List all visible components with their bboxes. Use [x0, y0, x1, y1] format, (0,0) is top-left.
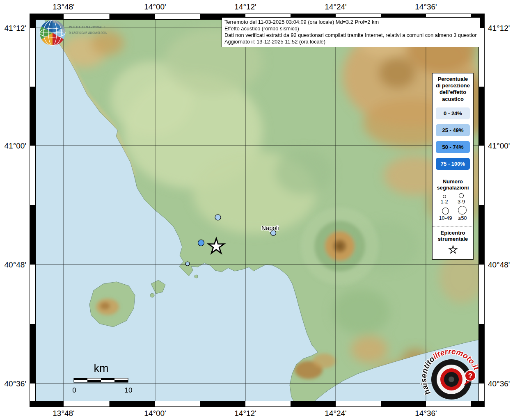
legend-class-0-24: 0 - 24% [436, 107, 470, 119]
coord-label-right-0: 41°12' [488, 24, 512, 33]
legend-panel: Percentuale di percezione dell'effetto a… [432, 73, 474, 260]
ingv-text-line2: DI GEOFISICA E VULCANOLOGIA [69, 31, 107, 35]
coord-label-bottom-3: 14°24' [325, 409, 347, 418]
legend-class-25-49: 25 - 49% [436, 124, 470, 136]
legend-class-50-74: 50 - 74% [436, 141, 470, 153]
coord-label-bottom-4: 14°36' [415, 409, 437, 418]
legend-signal-1-2: 1-2 [441, 195, 448, 205]
island-vivara [150, 293, 154, 297]
scalebar [74, 378, 128, 382]
question-mark: ? [468, 372, 472, 380]
report-point [198, 240, 204, 246]
map-stage: haisentitoilterremoto.it www. ? [0, 0, 515, 420]
legend-signal-3-9: 3-9 [458, 193, 465, 205]
event-info-line2: Effetto acustico (rombo sismico) [224, 25, 477, 32]
legend-signal-row-1: 1-2 3-9 [434, 193, 472, 205]
scalebar-unit-label: km [74, 362, 128, 375]
map-interior: haisentitoilterremoto.it www. ? [35, 8, 492, 412]
legend-signals-title: Numero segnalazioni [434, 178, 472, 191]
island-nisida [195, 275, 198, 278]
coord-label-bottom-2: 14°12' [234, 409, 256, 418]
coord-label-top-1: 14°00' [144, 2, 166, 11]
legend-divider [433, 175, 473, 175]
legend-class-75-100: 75 - 100% [436, 158, 470, 170]
coord-label-left-1: 41°00' [2, 142, 26, 151]
scalebar-end-label: 10 [124, 386, 133, 395]
signal-size-icon [442, 208, 449, 215]
signal-size-label: 1-2 [441, 199, 448, 205]
coord-label-top-0: 13°48' [53, 2, 75, 11]
scalebar-start-label: 0 [70, 386, 78, 395]
city-label-napoli: Napoli [261, 224, 279, 231]
legend-epicenter-symbol [434, 244, 472, 256]
signal-size-label: ≥50 [458, 215, 467, 221]
coord-label-top-3: 14°24' [325, 2, 347, 11]
star-icon [447, 244, 459, 254]
coord-label-left-0: 41°12' [2, 24, 26, 33]
legend-title: Percentuale di percezione dell'effetto a… [434, 76, 472, 103]
legend-epicenter-title: Epicentro strumentale [434, 230, 472, 242]
signal-size-label: 10-49 [439, 215, 452, 221]
signal-size-icon [459, 193, 464, 198]
coord-label-left-2: 40°48' [2, 260, 26, 269]
ingv-globe-icon [40, 20, 65, 46]
ingv-text-line1: ISTITUTO NAZIONALE [69, 25, 106, 29]
event-info-line1: Terremoto del 11-03-2025 03:04:09 (ora l… [224, 19, 477, 25]
report-point [215, 215, 221, 220]
legend-signal-10-49: 10-49 [439, 208, 452, 221]
event-info-line4: Aggiornato il: 13-12-2025 11:52 (ora loc… [224, 39, 477, 45]
coord-label-bottom-0: 13°48' [53, 409, 75, 418]
legend-divider [433, 226, 473, 226]
legend-signal-row-2: 10-49 ≥50 [434, 206, 472, 221]
legend-signal-50plus: ≥50 [458, 206, 467, 221]
report-point [185, 262, 190, 266]
coord-label-right-1: 41°00' [488, 142, 512, 151]
coord-label-right-2: 40°48' [488, 260, 512, 269]
signal-size-icon [443, 195, 446, 198]
coord-label-right-3: 40°36' [488, 379, 512, 388]
signal-size-icon [458, 206, 467, 215]
coord-label-top-2: 14°12' [234, 2, 256, 11]
signal-size-label: 3-9 [458, 199, 465, 205]
coord-label-left-3: 40°36' [2, 379, 26, 388]
event-info-line3: Dati non verificati estratti da 92 quest… [224, 32, 477, 39]
coord-label-bottom-1: 14°00' [144, 409, 166, 418]
coord-label-top-4: 14°36' [415, 2, 437, 11]
event-info-box: Terremoto del 11-03-2025 03:04:09 (ora l… [222, 17, 480, 47]
